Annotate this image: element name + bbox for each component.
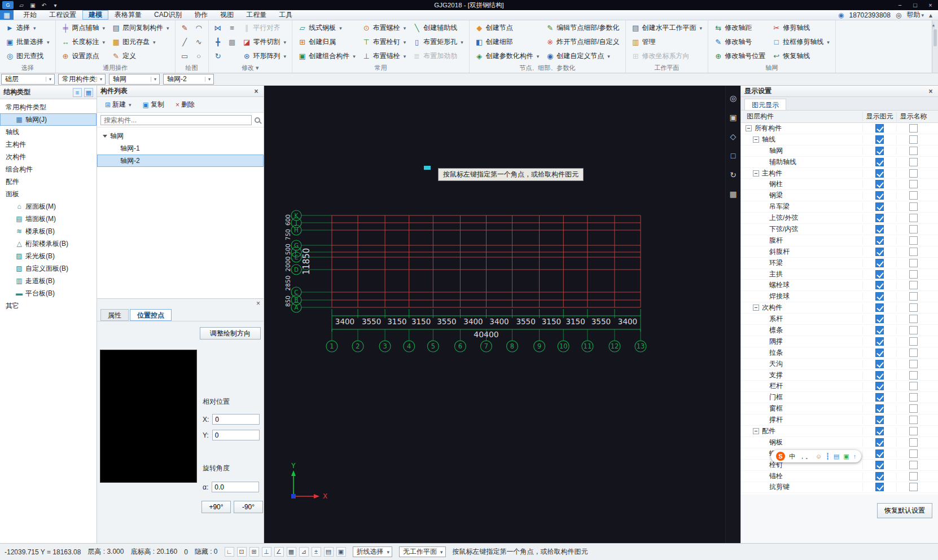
show-element-checkbox[interactable] (875, 382, 884, 390)
place-rect-hole-button[interactable]: ▯布置矩形孔▾ (410, 35, 466, 49)
tree-item[interactable]: ≋ 楼承板(B) (0, 225, 97, 237)
find-element-button[interactable]: ◎图元查找 (3, 49, 52, 63)
props-tab-position[interactable]: 位置控点 (130, 309, 172, 321)
line-button[interactable]: ╱ (178, 35, 191, 49)
copy-between-floors-button[interactable]: ▤层间复制构件▾ (109, 21, 172, 35)
show-element-checkbox[interactable] (875, 281, 884, 289)
show-element-checkbox[interactable] (875, 427, 884, 435)
grid-snap-status-icon[interactable]: ▦ (287, 547, 296, 557)
show-element-checkbox[interactable] (875, 461, 884, 469)
show-element-checkbox[interactable] (875, 124, 884, 133)
show-name-checkbox[interactable] (909, 180, 918, 188)
open-file-icon[interactable]: ▱ (18, 2, 25, 8)
rotate-minus-90-button[interactable]: -90° (234, 501, 263, 513)
show-element-checkbox[interactable] (875, 303, 884, 312)
batch-select-button[interactable]: ▣批量选择▾ (3, 35, 52, 49)
show-name-checkbox[interactable] (909, 214, 918, 222)
tab-view[interactable]: 视图 (214, 10, 240, 20)
new-component-button[interactable]: ⊞ 新建 ▾ (100, 98, 136, 111)
clipboard-status-icon[interactable]: ▣ (336, 547, 346, 557)
display-row[interactable]: 所有构件 (741, 123, 938, 134)
display-row[interactable]: 主拱 (741, 269, 938, 280)
view-front-icon[interactable]: ▣ (727, 112, 739, 123)
create-combo-button[interactable]: ▣创建组合构件▾ (295, 49, 358, 63)
reset-default-button[interactable]: 恢复默认设置 (877, 503, 932, 518)
osnap-icon[interactable]: ⊞ (249, 547, 259, 557)
show-element-checkbox[interactable] (875, 449, 884, 458)
component-group-grid[interactable]: 轴网 (97, 130, 264, 142)
display-row[interactable]: 抗剪键 (741, 482, 938, 493)
display-row[interactable]: 斜腹杆 (741, 246, 938, 258)
sogou-mic-icon[interactable]: ┇ (826, 452, 830, 461)
tab-collaboration[interactable]: 协作 (188, 10, 214, 20)
grid-instance-combo[interactable]: 轴网-2 ▾ (163, 74, 214, 85)
orbit-icon[interactable]: ↻ (727, 169, 739, 180)
show-name-checkbox[interactable] (909, 360, 918, 368)
show-name-checkbox[interactable] (909, 158, 918, 166)
collapse-icon[interactable] (753, 136, 759, 143)
display-row[interactable]: 配件 (741, 426, 938, 437)
display-row[interactable]: 螺栓球 (741, 280, 938, 291)
gradient-button[interactable]: ▩ (226, 35, 239, 49)
show-element-checkbox[interactable] (875, 438, 884, 447)
place-bolt-button[interactable]: ⊙布置螺栓▾ (360, 21, 409, 35)
display-row[interactable]: 支撑 (741, 370, 938, 381)
view-cube-icon[interactable]: □ (727, 150, 739, 161)
display-row[interactable]: 拉条 (741, 347, 938, 359)
adjust-draw-direction-button[interactable]: 调整绘制方向 (200, 327, 261, 339)
box-trim-axis-button[interactable]: □拉框修剪轴线▾ (769, 35, 832, 49)
show-element-checkbox[interactable] (875, 259, 884, 267)
tree-item[interactable]: ▤ 墙面板(M) (0, 213, 97, 225)
display-row[interactable]: 吊车梁 (741, 201, 938, 213)
display-row[interactable]: 下弦/内弦 (741, 224, 938, 235)
display-row[interactable]: 钢柱 (741, 179, 938, 190)
show-name-checkbox[interactable] (909, 326, 918, 334)
display-row[interactable]: 钢板 (741, 437, 938, 448)
arc-button[interactable]: ◠ (192, 21, 205, 35)
show-name-checkbox[interactable] (909, 393, 918, 402)
modify-axis-spacing-button[interactable]: ⇆修改轴距 (711, 21, 768, 35)
tree-item[interactable]: 面板 (0, 188, 97, 200)
show-name-checkbox[interactable] (909, 202, 918, 211)
sogou-chinese-icon[interactable]: 中 (789, 452, 795, 461)
show-element-checkbox[interactable] (875, 360, 884, 368)
select-cursor-button[interactable]: ►选择▾ (3, 21, 52, 35)
show-name-checkbox[interactable] (909, 169, 918, 178)
display-row[interactable]: 轴线 (741, 134, 938, 145)
part-cut-button[interactable]: ◪零件切割▾ (240, 35, 290, 49)
horizontal-workplane-button[interactable]: ▤创建水平工作平面▾ (629, 21, 705, 35)
tab-modeling[interactable]: 建模 (82, 10, 108, 20)
collapse-ribbon-icon[interactable]: ▴ (929, 11, 932, 19)
tab-tools[interactable]: 工具 (273, 10, 299, 20)
numpad-icon[interactable]: ▦ (727, 188, 739, 200)
tree-item[interactable]: 轴线 (0, 126, 97, 138)
show-name-checkbox[interactable] (909, 259, 918, 267)
show-element-checkbox[interactable] (875, 225, 884, 233)
create-auxline-button[interactable]: ╲创建辅助线 (410, 21, 466, 35)
show-element-checkbox[interactable] (875, 337, 884, 346)
list-view-icon[interactable]: ≡ (73, 88, 82, 97)
set-origin-button[interactable]: ⊕设置原点 (59, 49, 108, 63)
angle-snap-icon[interactable]: ⊿ (299, 547, 309, 557)
selection-mode-select[interactable]: 折线选择▾ (353, 546, 393, 557)
dropdown-arrow-icon[interactable]: ▾ (151, 77, 159, 82)
show-name-checkbox[interactable] (909, 303, 918, 312)
drawing-canvas[interactable]: 3400355031503150355034003400355031503150… (264, 86, 725, 543)
show-name-checkbox[interactable] (909, 472, 918, 480)
create-ownership-button[interactable]: ⊞创建归属 (295, 35, 358, 49)
component-grid-2[interactable]: 轴网-2 (97, 155, 264, 167)
show-element-checkbox[interactable] (875, 236, 884, 245)
tree-item[interactable]: 主构件 (0, 138, 97, 151)
show-element-checkbox[interactable] (875, 135, 884, 144)
tree-item[interactable]: 次构件 (0, 151, 97, 163)
tree-item[interactable]: 其它 (0, 299, 97, 312)
show-element-checkbox[interactable] (875, 169, 884, 178)
rotate-button[interactable]: ↻ (212, 49, 225, 63)
show-name-checkbox[interactable] (909, 416, 918, 424)
y-input[interactable] (212, 430, 260, 440)
show-element-checkbox[interactable] (875, 214, 884, 222)
save-element-button[interactable]: ▦图元存盘▾ (109, 35, 172, 49)
dropdown-arrow-icon[interactable]: ▾ (46, 77, 54, 82)
undo-icon[interactable]: ↶ (41, 2, 47, 8)
component-grid-1[interactable]: 轴网-1 (97, 142, 264, 155)
